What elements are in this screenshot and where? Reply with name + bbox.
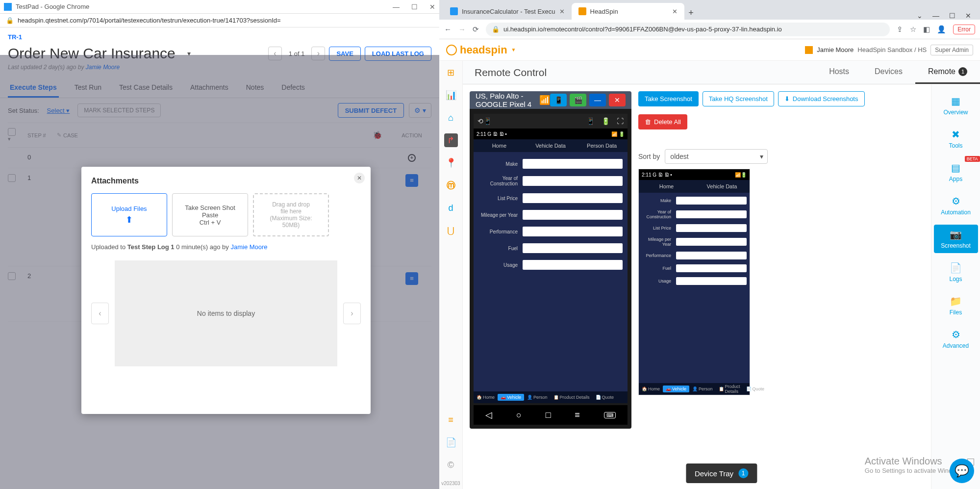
device-phone-button[interactable]: 📱 xyxy=(550,94,567,106)
sidebar-tools[interactable]: ✖Tools xyxy=(934,125,978,153)
gallery-prev-button[interactable]: ‹ xyxy=(91,303,109,324)
sidebar-pin-icon[interactable]: 📍 xyxy=(444,156,458,170)
fullscreen-icon[interactable]: ⛶ xyxy=(617,117,624,125)
new-tab-button[interactable]: + xyxy=(684,6,698,20)
sidebar-files[interactable]: 📁Files xyxy=(934,291,978,320)
star-icon[interactable]: ☆ xyxy=(910,25,916,34)
reload-button[interactable]: ⟳ xyxy=(473,25,479,34)
sidebar-overview[interactable]: ▦Overview xyxy=(934,91,978,120)
battery-icon[interactable]: 🔋 xyxy=(602,117,610,125)
device-tab-person[interactable]: Person Data xyxy=(576,139,628,152)
sidebar-u-icon[interactable]: ⋃ xyxy=(444,224,458,237)
listprice-input[interactable] xyxy=(523,193,623,203)
tab-close-icon[interactable]: ✕ xyxy=(672,8,678,15)
tab-hosts[interactable]: Hosts xyxy=(816,61,862,84)
device-minimize-button[interactable]: — xyxy=(589,94,606,106)
sidebar-automation[interactable]: ⚙Automation xyxy=(934,191,978,220)
take-hq-screenshot-button[interactable]: Take HQ Screenshot xyxy=(703,91,774,106)
sidebar-m-icon[interactable]: ⓜ xyxy=(444,179,458,192)
maximize-icon[interactable]: ☐ xyxy=(949,12,955,20)
android-navbar: ◁ ○ □ ≡ ⌨ xyxy=(474,405,628,425)
year-input[interactable] xyxy=(523,176,623,186)
performance-input[interactable] xyxy=(523,227,623,236)
android-menu-icon[interactable]: ≡ xyxy=(575,410,580,420)
error-badge[interactable]: Error xyxy=(953,25,975,34)
fuel-input[interactable] xyxy=(523,243,623,253)
keyboard-icon[interactable]: ⌨ xyxy=(604,412,616,418)
upload-files-button[interactable]: Upload Files ⬆ xyxy=(91,193,167,236)
take-screenshot-button[interactable]: Take Screenshot xyxy=(638,91,699,106)
sidebar-apps[interactable]: BETA▤Apps xyxy=(934,158,978,186)
sidebar-home-icon[interactable]: ⌂ xyxy=(444,111,458,125)
user-org: HeadSpin Sandbox / HS xyxy=(857,46,927,53)
headspin-logo-icon xyxy=(446,45,457,55)
chevron-down-icon[interactable]: ⌄ xyxy=(917,12,923,20)
make-input[interactable] xyxy=(523,159,623,169)
panel-icon[interactable]: ◧ xyxy=(923,25,930,34)
lock-icon: 🔒 xyxy=(492,26,500,33)
rotate-icon[interactable]: ⟲📱 xyxy=(477,117,492,125)
device-close-button[interactable]: ✕ xyxy=(609,94,626,106)
gallery-next-button[interactable]: › xyxy=(343,303,361,324)
url-input[interactable]: 🔒 ui.headspin.io/remotecontrol/control?d… xyxy=(486,23,890,36)
bottom-tab-vehicle[interactable]: 🚗 Vehicle xyxy=(498,394,524,401)
android-home-icon[interactable]: ○ xyxy=(516,410,522,420)
tab-close-icon[interactable]: ✕ xyxy=(559,8,565,15)
close-icon[interactable]: ✕ xyxy=(429,3,435,11)
tab-remote[interactable]: Remote 1 xyxy=(915,61,980,84)
device-tray[interactable]: Device Tray 1 xyxy=(686,463,757,483)
close-icon[interactable]: ✕ xyxy=(965,12,971,20)
minimize-icon[interactable]: — xyxy=(393,3,400,11)
browser-tab[interactable]: InsuranceCalculator - Test Execu ✕ xyxy=(443,3,572,20)
testrun-link[interactable]: TR-1 xyxy=(8,33,22,41)
logo-dropdown-icon[interactable]: ▼ xyxy=(511,47,516,52)
modal-close-button[interactable]: ✕ xyxy=(354,173,365,183)
role-badge[interactable]: Super Admin xyxy=(930,45,973,55)
sidebar-list-icon[interactable]: ≡ xyxy=(444,413,458,427)
android-recent-icon[interactable]: □ xyxy=(546,410,551,420)
sort-label: Sort by xyxy=(638,153,660,160)
headspin-logo[interactable]: headspin xyxy=(460,44,507,56)
sidebar-doc-icon[interactable]: 📄 xyxy=(444,436,458,449)
user-badge-icon xyxy=(805,46,813,54)
sort-select[interactable]: oldest▾ xyxy=(665,149,768,164)
bottom-tab-quote[interactable]: 📄 Quote xyxy=(593,395,617,400)
mileage-input[interactable] xyxy=(523,210,623,220)
delete-all-button[interactable]: 🗑Delete All xyxy=(638,114,687,129)
user-name[interactable]: Jamie Moore xyxy=(817,46,854,53)
share-icon[interactable]: ⇪ xyxy=(897,25,903,34)
sidebar-grid-icon[interactable]: ⊞ xyxy=(444,66,458,79)
maximize-icon[interactable]: ☐ xyxy=(411,3,418,11)
device-record-button[interactable]: 🎬 xyxy=(570,94,586,106)
bottom-tab-product[interactable]: 📋 Product Details xyxy=(551,395,593,400)
drop-zone[interactable]: Drag and drop file here (Maximum Size: 5… xyxy=(253,193,329,236)
user-link[interactable]: Jamie Moore xyxy=(230,243,267,251)
phone-icon[interactable]: 📱 xyxy=(586,117,595,125)
sidebar-copyright-icon[interactable]: © xyxy=(444,458,458,472)
forward-button[interactable]: → xyxy=(458,25,466,33)
device-tab-vehicle[interactable]: Vehicle Data xyxy=(525,139,577,152)
browser-tab[interactable]: HeadSpin ✕ xyxy=(572,3,684,20)
screenshot-thumbnail[interactable]: ⬇ 🗑 2:11 G 🖻 🖻 •📶🔋 Home Vehicle Data xyxy=(638,169,750,395)
chat-button[interactable]: 💬 xyxy=(950,459,974,483)
bottom-tab-home[interactable]: 🏠 Home xyxy=(474,395,498,400)
sidebar-logs[interactable]: 📄Logs xyxy=(934,258,978,286)
device-tab-home[interactable]: Home xyxy=(474,139,525,152)
device-screen[interactable]: 2:11 G 🖻 🖻 •📶 🔋 Home Vehicle Data Person… xyxy=(474,129,628,403)
bottom-tab-person[interactable]: 👤 Person xyxy=(524,395,551,400)
back-button[interactable]: ← xyxy=(444,25,452,33)
sidebar-screenshot[interactable]: 📷Screenshot xyxy=(934,225,978,253)
screenshot-paste-button[interactable]: Take Screen Shot Paste Ctrl + V xyxy=(172,193,248,236)
tab-devices[interactable]: Devices xyxy=(862,61,915,84)
usage-input[interactable] xyxy=(523,260,623,270)
sidebar-d-icon[interactable]: d xyxy=(444,201,458,215)
android-back-icon[interactable]: ◁ xyxy=(485,410,492,420)
profile-icon[interactable]: 👤 xyxy=(937,25,946,34)
download-screenshots-button[interactable]: ⬇Download Screenshots xyxy=(778,91,865,106)
sidebar-route-icon[interactable]: ↱ xyxy=(444,133,458,147)
device-statusbar: 2:11 G 🖻 🖻 •📶 🔋 xyxy=(474,129,628,139)
url-bar[interactable]: 🔒 headspin.qtestnet.com/p/7014/portal/te… xyxy=(0,14,439,27)
sidebar-chart-icon[interactable]: 📊 xyxy=(444,88,458,102)
minimize-icon[interactable]: — xyxy=(932,12,939,20)
sidebar-advanced[interactable]: ⚙Advanced xyxy=(934,325,978,353)
